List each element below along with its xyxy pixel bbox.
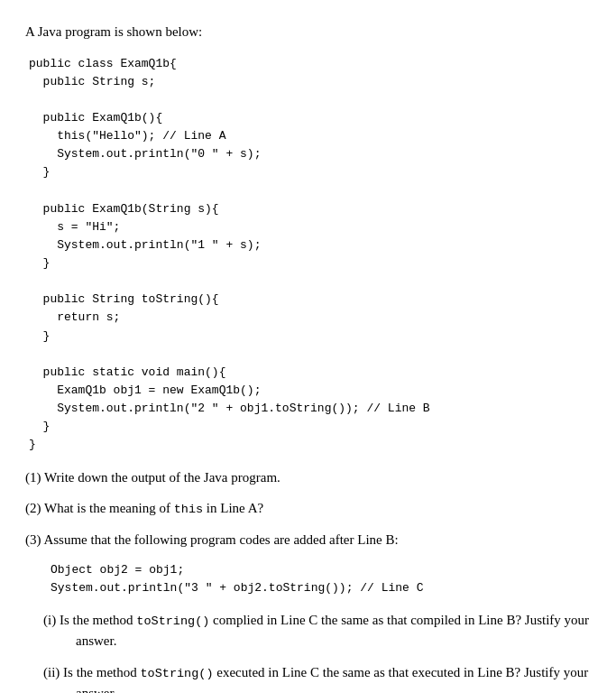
- q3-text-main: Assume that the following program codes …: [43, 532, 398, 547]
- q2-text-after: in Line A?: [207, 501, 263, 515]
- intro-text: A Java program is shown below:: [25, 22, 591, 42]
- added-code-block: Object obj2 = obj1; System.out.println("…: [25, 561, 591, 597]
- sub-question-i: (i) Is the method toString() complied in…: [43, 610, 591, 651]
- q2-text-before-content: What is the meaning of: [44, 501, 174, 515]
- sub-i-inline-code: toString(): [136, 614, 209, 628]
- sub-ii-inline-code: toString(): [140, 667, 213, 680]
- q3-label: (3): [25, 532, 41, 547]
- sub-i-before: Is the method: [60, 613, 136, 627]
- q2-inline-code: this: [174, 503, 203, 516]
- sub-ii-before: Is the method: [63, 665, 140, 679]
- sub-question-ii: (ii) Is the method toString() executed i…: [43, 662, 591, 693]
- q2-label: (2): [25, 501, 41, 515]
- q1-label: (1): [25, 470, 41, 485]
- q1-text-content: Write down the output of the Java progra…: [44, 470, 280, 485]
- main-code-block: public class ExamQ1b{ public String s; p…: [25, 55, 591, 455]
- sub-question-ii-block: (ii) Is the method toString() executed i…: [43, 662, 591, 693]
- question-3: (3) Assume that the following program co…: [25, 530, 591, 550]
- question-1: (1) Write down the output of the Java pr…: [25, 467, 591, 488]
- question-2: (2) What is the meaning of this in Line …: [25, 498, 591, 519]
- sub-question-i-block: (i) Is the method toString() complied in…: [43, 610, 591, 651]
- sub-ii-label: (ii): [43, 665, 60, 679]
- sub-i-label: (i): [43, 613, 56, 627]
